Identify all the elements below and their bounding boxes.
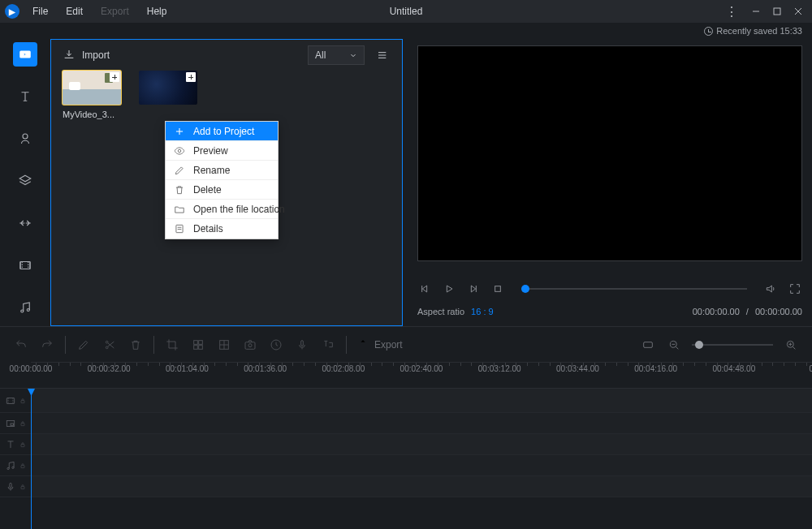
progress-knob[interactable] — [521, 285, 529, 293]
zoom-knob[interactable] — [695, 341, 703, 349]
transitions-tab[interactable] — [13, 211, 37, 235]
media-thumb-2[interactable] — [139, 71, 197, 119]
menu-file[interactable]: File — [26, 4, 54, 19]
track-pip[interactable] — [0, 413, 812, 434]
track-body[interactable] — [31, 389, 812, 412]
preview-controls — [417, 274, 802, 303]
audio-tab[interactable] — [13, 295, 37, 320]
stop-button[interactable] — [490, 282, 505, 296]
track-body[interactable] — [31, 476, 812, 497]
next-frame-button[interactable] — [466, 282, 481, 296]
track-body[interactable] — [31, 413, 812, 433]
ctx-open-location[interactable]: Open the file location — [166, 200, 278, 219]
track-voice[interactable] — [0, 476, 812, 497]
export-button[interactable]: Export — [356, 338, 403, 351]
overlays-tab[interactable] — [13, 169, 37, 193]
list-view-toggle[interactable] — [373, 46, 391, 64]
track-body[interactable] — [31, 455, 812, 475]
delete-button[interactable] — [127, 337, 144, 353]
svg-point-58 — [7, 467, 9, 469]
undo-button[interactable] — [13, 337, 29, 353]
svg-point-30 — [106, 341, 108, 343]
menu-edit[interactable]: Edit — [59, 4, 89, 19]
cut-button[interactable] — [102, 337, 118, 353]
play-button[interactable] — [442, 282, 456, 296]
chevron-down-icon — [349, 51, 357, 59]
svg-rect-41 — [301, 340, 304, 346]
grid-button[interactable] — [216, 337, 232, 353]
media-filter-dropdown[interactable]: All — [308, 45, 365, 65]
volume-button[interactable] — [763, 282, 778, 296]
preview-footer: Aspect ratio 16 : 9 00:00:00.00 / 00:00:… — [417, 303, 802, 323]
menu-help[interactable]: Help — [140, 4, 174, 19]
fullscreen-button[interactable] — [788, 282, 802, 296]
elements-tab[interactable] — [13, 253, 37, 277]
effects-tab[interactable] — [13, 127, 37, 151]
ctx-delete[interactable]: Delete — [166, 180, 278, 200]
pencil-icon — [174, 165, 185, 176]
zoom-in-button[interactable] — [783, 337, 799, 353]
track-head-audio — [0, 455, 31, 475]
edit-button[interactable] — [76, 337, 92, 353]
video-track-icon — [5, 395, 16, 406]
maximize-button[interactable] — [768, 2, 786, 20]
mic-track-icon — [5, 481, 16, 492]
thumb-add-icon[interactable] — [110, 72, 119, 82]
svg-rect-33 — [194, 345, 198, 349]
preview-canvas — [417, 45, 802, 261]
lock-icon[interactable] — [19, 419, 26, 428]
timeline-toolbar: Export — [0, 326, 812, 362]
svg-point-19 — [178, 149, 181, 153]
folder-icon — [174, 204, 185, 215]
more-icon[interactable]: ⋮ — [720, 4, 744, 19]
lock-icon[interactable] — [19, 462, 26, 470]
voice-button[interactable] — [294, 337, 310, 353]
minimize-button[interactable] — [747, 2, 765, 20]
lock-icon[interactable] — [19, 441, 26, 449]
preview-progress[interactable] — [521, 288, 747, 290]
track-head-voice — [0, 476, 31, 497]
fit-button[interactable] — [640, 337, 656, 353]
ctx-preview[interactable]: Preview — [166, 141, 278, 161]
svg-rect-55 — [11, 424, 14, 425]
ctx-details[interactable]: Details — [166, 219, 278, 239]
svg-rect-31 — [194, 340, 198, 344]
ctx-add-to-project[interactable]: Add to Project — [166, 122, 278, 141]
ruler-end: 0 — [809, 364, 812, 373]
eye-icon — [174, 145, 185, 157]
tts-button[interactable] — [320, 337, 336, 353]
snapshot-button[interactable] — [242, 337, 258, 353]
lock-icon[interactable] — [19, 483, 26, 491]
zoom-slider[interactable] — [692, 344, 773, 346]
status-row: Recently saved 15:33 — [0, 23, 812, 39]
track-text[interactable] — [0, 434, 812, 455]
media-tab[interactable] — [13, 42, 37, 67]
zoom-out-button[interactable] — [666, 337, 682, 353]
track-body[interactable] — [31, 434, 812, 454]
aspect-ratio-label: Aspect ratio — [417, 307, 464, 316]
speed-button[interactable] — [268, 337, 284, 353]
timeline-ruler[interactable]: 00:00:00.0000:00:32.0000:01:04.0000:01:3… — [31, 362, 812, 388]
text-tab[interactable] — [13, 84, 37, 109]
preview-panel: Aspect ratio 16 : 9 00:00:00.00 / 00:00:… — [403, 39, 812, 326]
context-menu: Add to Project Preview Rename Delete Ope… — [165, 121, 279, 239]
import-button[interactable]: Import — [63, 49, 110, 62]
track-audio[interactable] — [0, 455, 812, 476]
mosaic-button[interactable] — [190, 337, 206, 353]
svg-marker-25 — [447, 286, 452, 292]
ctx-rename[interactable]: Rename — [166, 161, 278, 180]
aspect-ratio-value[interactable]: 16 : 9 — [471, 307, 494, 316]
track-video[interactable] — [0, 389, 812, 413]
svg-rect-42 — [644, 342, 653, 347]
close-button[interactable] — [789, 2, 807, 20]
prev-frame-button[interactable] — [417, 282, 432, 296]
lock-icon[interactable] — [19, 397, 26, 405]
redo-button[interactable] — [39, 337, 55, 353]
import-icon — [63, 49, 76, 62]
crop-button[interactable] — [164, 337, 180, 353]
thumb-add-icon[interactable] — [186, 72, 196, 82]
svg-marker-23 — [422, 286, 426, 292]
import-label: Import — [82, 49, 110, 61]
media-thumb-1[interactable]: MyVideo_3... — [63, 71, 121, 119]
playhead[interactable] — [31, 389, 32, 529]
